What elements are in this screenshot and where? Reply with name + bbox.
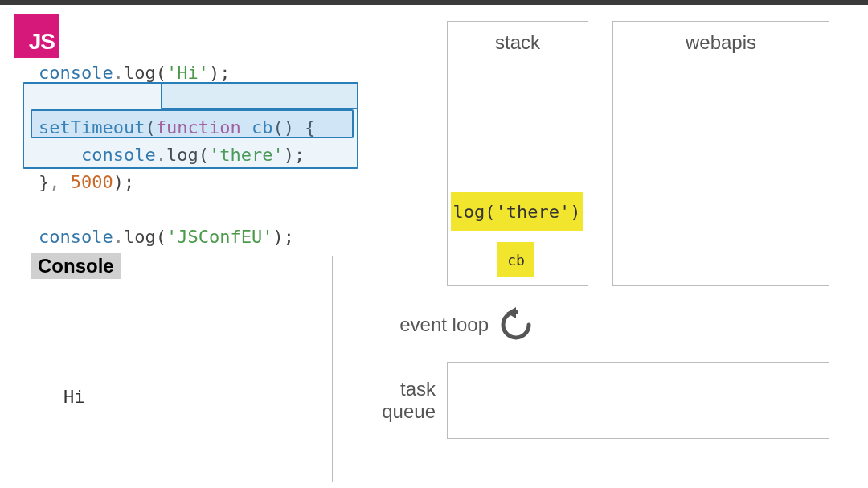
event-loop-label: event loop <box>376 314 489 336</box>
task-queue-panel <box>447 362 829 439</box>
window-topbar <box>0 0 868 5</box>
tok: ( <box>156 63 166 83</box>
webapis-title: webapis <box>613 31 829 54</box>
tok: ); <box>272 227 294 247</box>
tok: ( <box>199 145 209 165</box>
tok: setTimeout <box>39 117 145 137</box>
tok: console <box>39 63 113 83</box>
tok: console <box>39 227 113 247</box>
console-output: Hi JSConfEU there <box>63 305 316 488</box>
webapis-panel: webapis <box>612 21 829 286</box>
event-loop-icon <box>498 307 534 342</box>
stack-frame-bottom: cb <box>497 242 534 277</box>
console-line: Hi <box>63 379 316 416</box>
code-block: console.log('Hi'); setTimeout(function c… <box>39 32 315 251</box>
tok: . <box>156 145 166 165</box>
tok: 5000 <box>71 172 113 192</box>
tok: ); <box>209 63 231 83</box>
tok: 'JSConfEU' <box>166 227 272 247</box>
tok: , <box>49 172 71 192</box>
tok: . <box>113 63 124 83</box>
tok: cb <box>241 117 273 137</box>
console-title: Console <box>31 253 121 279</box>
stack-frame-top-label: log('there') <box>453 202 581 222</box>
tok: ); <box>284 145 305 165</box>
tok: function <box>156 117 241 137</box>
tok: log <box>124 227 156 247</box>
tok <box>39 145 81 165</box>
tok: () { <box>272 117 315 137</box>
stack-frame-bottom-label: cb <box>507 252 525 269</box>
stack-title: stack <box>448 31 588 54</box>
stack-panel: stack log('there') cb <box>447 21 588 286</box>
tok: console <box>81 145 156 165</box>
tok: ( <box>145 117 155 137</box>
task-queue-label: task queue <box>362 378 436 423</box>
tok: 'there' <box>209 145 284 165</box>
tok: ); <box>113 172 135 192</box>
tok: . <box>113 227 124 247</box>
console-panel: Console Hi JSConfEU there <box>31 256 333 482</box>
tok: log <box>124 63 156 83</box>
tok: log <box>166 145 199 165</box>
tok: 'Hi' <box>166 63 209 83</box>
tok: } <box>39 172 49 192</box>
tok: ( <box>156 227 166 247</box>
stack-frame-top: log('there') <box>451 192 583 231</box>
